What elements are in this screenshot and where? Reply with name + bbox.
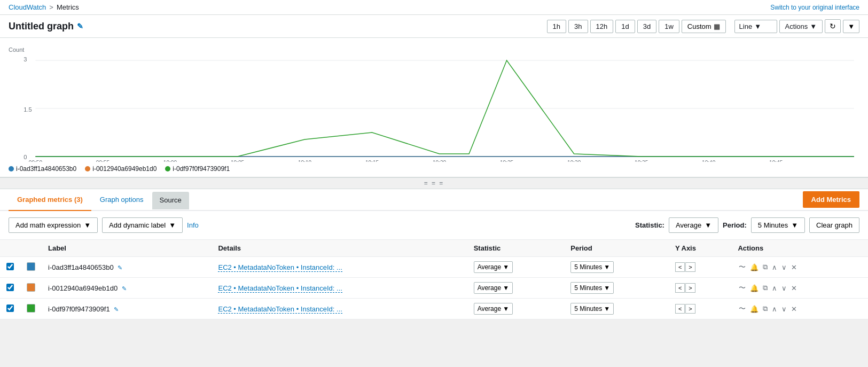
row1-details[interactable]: EC2 • MetadataNoToken • InstanceId: ... <box>218 263 342 272</box>
refresh-dropdown-btn[interactable]: ▼ <box>843 20 859 33</box>
metrics-table: Label Details Statistic Period Y Axis Ac… <box>0 240 868 319</box>
switch-interface-link[interactable]: Switch to your original interface <box>770 4 859 11</box>
row1-yaxis-cell: < > <box>669 257 732 278</box>
row1-actions-cell: 〜 🔔 ⧉ ∧ ∨ ✕ <box>731 257 868 278</box>
row3-yaxis-left[interactable]: < <box>675 304 685 314</box>
row1-checkbox[interactable] <box>6 263 14 270</box>
row1-up-btn[interactable]: ∧ <box>771 262 778 272</box>
row2-yaxis-left[interactable]: < <box>675 283 685 293</box>
row2-alarm-btn[interactable]: 🔔 <box>749 283 760 293</box>
time-btn-3h[interactable]: 3h <box>568 20 588 33</box>
svg-text:10:15: 10:15 <box>365 160 379 162</box>
time-btn-1w[interactable]: 1w <box>659 20 679 33</box>
row3-edit-icon[interactable]: ✎ <box>114 306 119 313</box>
row3-period-caret: ▼ <box>604 305 610 313</box>
clear-graph-btn[interactable]: Clear graph <box>809 217 859 233</box>
statistic-select[interactable]: Average ▼ <box>669 217 718 233</box>
refresh-btn[interactable]: ↻ <box>825 19 841 33</box>
row2-down-btn[interactable]: ∨ <box>780 283 788 293</box>
row2-stat-select[interactable]: Average ▼ <box>474 282 513 294</box>
legend-item-3: i-0df97f0f9473909f1 <box>165 165 230 173</box>
row2-details[interactable]: EC2 • MetadataNoToken • InstanceId: ... <box>218 284 342 293</box>
add-dynamic-label-btn[interactable]: Add dynamic label ▼ <box>102 217 183 233</box>
actions-caret-icon: ▼ <box>810 22 817 30</box>
row2-yaxis-right[interactable]: > <box>685 283 695 293</box>
row3-stat-select[interactable]: Average ▼ <box>474 303 513 315</box>
add-math-expression-btn[interactable]: Add math expression ▼ <box>9 217 98 233</box>
row2-metric-name: i-0012940a6949eb1d0 <box>48 284 118 292</box>
graph-type-label: Line <box>739 22 753 30</box>
row3-yaxis-right[interactable]: > <box>685 304 695 314</box>
row1-stat-select[interactable]: Average ▼ <box>474 261 513 273</box>
time-btn-1d[interactable]: 1d <box>615 20 635 33</box>
row3-metric-name: i-0df97f0f9473909f1 <box>48 305 110 313</box>
tab-graph-options[interactable]: Graph options <box>91 189 152 211</box>
breadcrumb-current: Metrics <box>57 3 79 11</box>
time-btn-3d[interactable]: 3d <box>637 20 656 33</box>
row3-checkbox[interactable] <box>6 304 14 312</box>
legend-label-2: i-0012940a6949eb1d0 <box>92 165 157 173</box>
row3-remove-btn[interactable]: ✕ <box>790 304 798 314</box>
row1-remove-btn[interactable]: ✕ <box>790 262 798 272</box>
row1-sparkline-btn[interactable]: 〜 <box>738 261 747 273</box>
custom-time-btn[interactable]: Custom ▦ <box>682 20 726 33</box>
row3-alarm-btn[interactable]: 🔔 <box>749 304 760 314</box>
graph-title-edit-icon[interactable]: ✎ <box>77 22 83 30</box>
graph-type-select[interactable]: Line ▼ <box>734 20 777 33</box>
row1-color-swatch[interactable] <box>27 262 35 271</box>
actions-btn[interactable]: Actions ▼ <box>779 20 823 33</box>
graph-title-text: Untitled graph <box>9 21 74 32</box>
row1-period-cell: 5 Minutes ▼ <box>564 257 669 278</box>
row2-color-swatch[interactable] <box>27 283 35 292</box>
row3-color-swatch[interactable] <box>27 304 35 313</box>
statistic-value: Average <box>676 221 701 229</box>
row1-actions: 〜 🔔 ⧉ ∧ ∨ ✕ <box>738 261 862 273</box>
breadcrumb: CloudWatch > Metrics <box>9 3 79 11</box>
th-actions: Actions <box>731 240 868 257</box>
row1-down-btn[interactable]: ∨ <box>780 262 788 272</box>
row3-details[interactable]: EC2 • MetadataNoToken • InstanceId: ... <box>218 305 342 314</box>
period-select[interactable]: 5 Minutes ▼ <box>751 217 805 233</box>
legend-dot-1 <box>9 166 14 171</box>
row3-up-btn[interactable]: ∧ <box>771 304 778 314</box>
row2-period-select[interactable]: 5 Minutes ▼ <box>570 282 614 294</box>
row2-yaxis-nav: < > <box>675 283 725 293</box>
time-btn-12h[interactable]: 12h <box>590 20 614 33</box>
row2-edit-icon[interactable]: ✎ <box>122 285 127 292</box>
main-header: Untitled graph ✎ 1h 3h 12h 1d 3d 1w Cust… <box>0 15 868 38</box>
tab-source[interactable]: Source <box>152 192 189 209</box>
th-label: Label <box>42 240 212 257</box>
row1-yaxis-left[interactable]: < <box>675 262 685 272</box>
row2-copy-btn[interactable]: ⧉ <box>762 283 769 293</box>
time-btn-1h[interactable]: 1h <box>547 20 566 33</box>
row3-down-btn[interactable]: ∨ <box>780 304 788 314</box>
row2-sparkline-btn[interactable]: 〜 <box>738 282 747 294</box>
row2-stat-cell: Average ▼ <box>467 278 565 299</box>
row1-stat-caret: ▼ <box>503 263 509 271</box>
row1-period-select[interactable]: 5 Minutes ▼ <box>570 261 614 273</box>
row1-period-caret: ▼ <box>604 263 610 271</box>
row1-alarm-btn[interactable]: 🔔 <box>749 262 760 272</box>
row3-period-select[interactable]: 5 Minutes ▼ <box>570 303 614 315</box>
row3-sparkline-btn[interactable]: 〜 <box>738 303 747 315</box>
table-row: i-0012940a6949eb1d0 ✎ EC2 • MetadataNoTo… <box>0 278 868 299</box>
table-body: i-0ad3ff1a4840653b0 ✎ EC2 • MetadataNoTo… <box>0 257 868 319</box>
tab-graphed-metrics[interactable]: Graphed metrics (3) <box>9 189 91 211</box>
row2-checkbox[interactable] <box>6 284 14 291</box>
legend-dot-2 <box>85 166 90 171</box>
row1-yaxis-right[interactable]: > <box>685 262 695 272</box>
breadcrumb-cloudwatch[interactable]: CloudWatch <box>9 3 46 11</box>
row2-remove-btn[interactable]: ✕ <box>790 283 798 293</box>
chart-legend: i-0ad3ff1a4840653b0 i-0012940a6949eb1d0 … <box>9 165 859 173</box>
add-metrics-btn[interactable]: Add Metrics <box>803 191 859 208</box>
row1-color-cell <box>20 257 42 278</box>
resize-handle[interactable]: = = = <box>0 177 868 189</box>
row1-copy-btn[interactable]: ⧉ <box>762 262 769 272</box>
info-link[interactable]: Info <box>187 221 199 229</box>
row3-copy-btn[interactable]: ⧉ <box>762 303 769 314</box>
row1-yaxis-nav: < > <box>675 262 725 272</box>
row2-up-btn[interactable]: ∧ <box>771 283 778 293</box>
row1-edit-icon[interactable]: ✎ <box>118 264 122 271</box>
legend-label-3: i-0df97f0f9473909f1 <box>173 165 230 173</box>
row2-yaxis-cell: < > <box>669 278 732 299</box>
